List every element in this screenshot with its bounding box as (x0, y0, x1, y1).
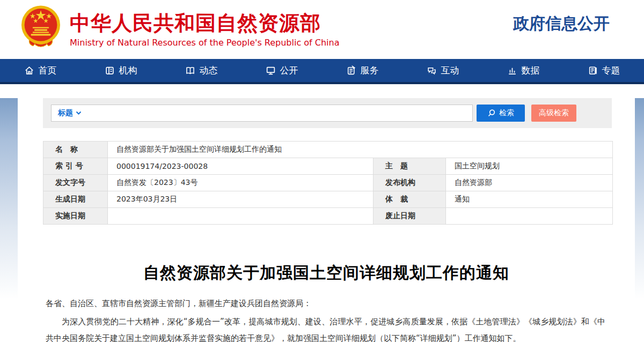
nav-item-disclosure[interactable]: 公开 (241, 59, 322, 82)
meta-value-name: 自然资源部关于加强国土空间详细规划工作的通知 (108, 142, 613, 158)
meta-value-genre: 通知 (446, 191, 613, 208)
data-icon (507, 65, 517, 76)
meta-label-agency: 发布机构 (374, 175, 446, 191)
nav-item-interact[interactable]: 互动 (402, 59, 483, 82)
meta-label-docnum: 发文字号 (43, 175, 108, 191)
site-header: 中华人民共和国自然资源部 Ministry of Natural Resourc… (0, 0, 644, 59)
nav-label: 首页 (39, 64, 57, 77)
content-panel: 标题 检索 高级检索 名 称 自然资源部关于加强国土空间详细规划工作 (18, 98, 635, 342)
meta-value-subject: 国土空间规划 (446, 158, 613, 175)
meta-label-index: 索 引 号 (43, 158, 108, 175)
service-icon (346, 65, 356, 76)
news-icon (185, 65, 195, 76)
page: 中华人民共和国自然资源部 Ministry of Natural Resourc… (0, 0, 644, 342)
site-title: 中华人民共和国自然资源部 (70, 11, 340, 36)
nav-item-data[interactable]: 数据 (483, 59, 564, 82)
meta-label-implementation: 实施日期 (43, 208, 108, 225)
nav-underline (0, 82, 644, 84)
meta-label-abolish: 废止日期 (374, 208, 446, 225)
magnifier-icon (487, 109, 496, 117)
site-title-english: Ministry of Natural Resources of the Peo… (70, 38, 340, 48)
home-icon (24, 65, 34, 76)
search-section: 标题 检索 高级检索 (43, 98, 612, 128)
meta-value-index: 000019174/2023-00028 (108, 158, 374, 175)
meta-value-implementation (108, 208, 374, 225)
document-salutation: 各省、自治区、直辖市自然资源主管部门，新疆生产建设兵团自然资源局： (46, 299, 605, 309)
nav-item-topics[interactable]: 专题 (564, 59, 644, 82)
meta-value-date: 2023年03月23日 (108, 191, 374, 208)
meta-value-agency: 自然资源部 (446, 175, 613, 191)
meta-label-subject: 主 题 (374, 158, 446, 175)
search-input[interactable] (82, 105, 472, 121)
table-row: 名 称 自然资源部关于加强国土空间详细规划工作的通知 (43, 142, 613, 158)
nav-label: 互动 (441, 64, 459, 77)
org-icon (105, 65, 115, 76)
nav-label: 服务 (361, 64, 379, 77)
content-background: 标题 检索 高级检索 名 称 自然资源部关于加强国土空间详细规划工作 (0, 98, 644, 342)
nav-item-home[interactable]: 首页 (0, 59, 80, 82)
meta-value-abolish (446, 208, 613, 225)
table-row: 实施日期 废止日期 (43, 208, 613, 225)
document-paragraph: 为深入贯彻党的二十大精神，深化“多规合一”改革，提高城市规划、建设、治理水平，促… (46, 314, 605, 342)
nav-label: 专题 (602, 64, 620, 77)
search-box: 标题 (51, 105, 473, 122)
meta-label-name: 名 称 (43, 142, 108, 158)
meta-label-date: 生成日期 (43, 191, 108, 208)
search-button[interactable]: 检索 (477, 105, 525, 122)
document-title: 自然资源部关于加强国土空间详细规划工作的通知 (18, 262, 635, 284)
nav-item-service[interactable]: 服务 (322, 59, 402, 82)
field-selector-dropdown[interactable]: 标题 (58, 108, 82, 118)
header-titles: 中华人民共和国自然资源部 Ministry of Natural Resourc… (70, 11, 340, 48)
chevron-down-icon (76, 111, 82, 115)
table-row: 生成日期 2023年03月23日 体 裁 通知 (43, 191, 613, 208)
nav-item-news[interactable]: 动态 (161, 59, 241, 82)
field-selector-label: 标题 (58, 108, 73, 118)
advanced-search-button[interactable]: 高级检索 (531, 105, 576, 122)
national-emblem-icon (19, 4, 62, 56)
gov-info-disclosure-link[interactable]: 政府信息公开 (513, 13, 610, 35)
table-row: 索 引 号 000019174/2023-00028 主 题 国土空间规划 (43, 158, 613, 175)
meta-label-genre: 体 裁 (374, 191, 446, 208)
nav-label: 动态 (200, 64, 218, 77)
search-button-label: 检索 (499, 108, 514, 118)
interact-icon (427, 65, 437, 76)
nav-label: 公开 (280, 64, 298, 77)
nav-item-organization[interactable]: 机构 (80, 59, 161, 82)
nav-label: 数据 (522, 64, 540, 77)
disclosure-icon (266, 65, 276, 76)
meta-value-docnum: 自然资发〔2023〕43号 (108, 175, 374, 191)
topic-icon (588, 65, 598, 76)
nav-label: 机构 (119, 64, 137, 77)
main-nav: 首页 机构 动态 公开 服务 互动 数据 专题 (0, 59, 644, 82)
document-meta-table: 名 称 自然资源部关于加强国土空间详细规划工作的通知 索 引 号 0000191… (43, 141, 613, 225)
table-row: 发文字号 自然资发〔2023〕43号 发布机构 自然资源部 (43, 175, 613, 191)
